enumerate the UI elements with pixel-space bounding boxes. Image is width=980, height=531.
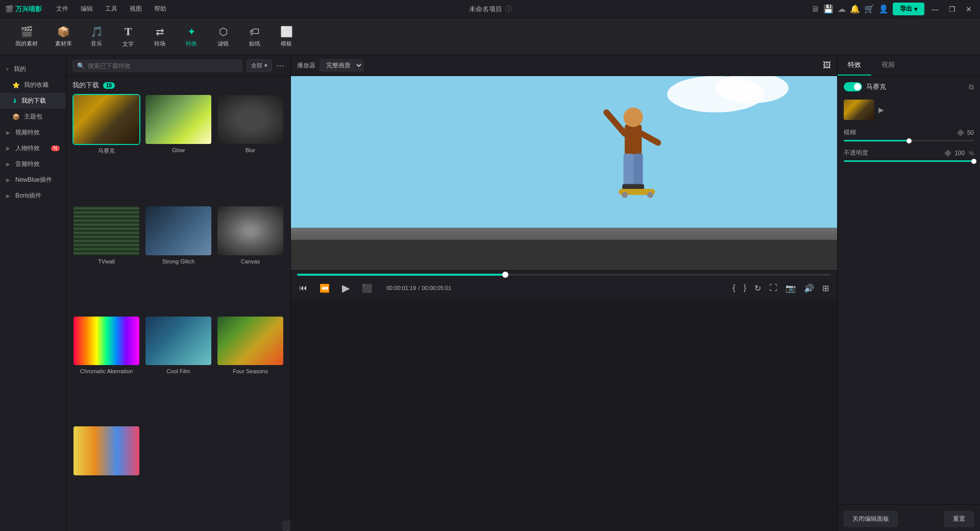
- menu-view[interactable]: 视图: [127, 5, 145, 13]
- svg-rect-4: [291, 240, 837, 270]
- close-button[interactable]: ✕: [963, 5, 975, 13]
- blur-slider-thumb[interactable]: [906, 138, 912, 143]
- effect-chromatic[interactable]: Chromatic Aberration: [72, 316, 140, 421]
- progress-bar[interactable]: [297, 274, 831, 276]
- tab-effects[interactable]: 特效: [838, 55, 871, 76]
- minimize-button[interactable]: —: [928, 5, 942, 13]
- effect-mosaic[interactable]: 马赛克: [72, 94, 140, 201]
- effect-canvas[interactable]: Canvas: [216, 205, 284, 311]
- menu-help[interactable]: 帮助: [151, 5, 169, 13]
- effect-thumb-glow: [144, 94, 212, 145]
- opacity-slider[interactable]: [844, 160, 974, 162]
- keyframe-blur-button[interactable]: [957, 129, 964, 136]
- preview-image-btn[interactable]: 🖼: [823, 61, 831, 70]
- tool-sticker[interactable]: 🏷 贴纸: [240, 23, 269, 51]
- effect-cool-film[interactable]: Cool Film: [144, 316, 212, 421]
- filter-button[interactable]: 全部 ▾: [247, 59, 272, 72]
- tool-effects[interactable]: ✦ 特效: [177, 22, 206, 51]
- effect-color[interactable]: [72, 425, 140, 525]
- user-icon[interactable]: 👤: [878, 4, 889, 14]
- tab-video[interactable]: 视频: [871, 55, 905, 76]
- maximize-button[interactable]: ❐: [946, 5, 959, 13]
- save-icon[interactable]: 💾: [823, 4, 834, 14]
- stop-button[interactable]: ⬛: [360, 281, 374, 295]
- effect-strong-glitch[interactable]: Strong Glitch: [144, 205, 212, 311]
- export-arrow: ▾: [914, 6, 917, 13]
- tool-audio[interactable]: 🎵 音乐: [82, 22, 111, 51]
- out-point-button[interactable]: }: [742, 281, 748, 295]
- effect-thumb-chromatic: [72, 316, 140, 367]
- sidebar-item-newblue[interactable]: ▶ NewBlue插件: [0, 172, 66, 188]
- tool-transition[interactable]: ⇄ 转场: [145, 22, 174, 51]
- svg-point-14: [622, 192, 628, 198]
- progress-fill: [297, 274, 505, 276]
- tool-library[interactable]: 📦 素材库: [48, 22, 79, 51]
- video-container: [291, 76, 837, 270]
- effect-glow[interactable]: Glow: [144, 94, 212, 201]
- window-title: 未命名项目 ⓘ: [176, 5, 805, 14]
- tool-text[interactable]: T 文字: [114, 22, 142, 51]
- blur-slider[interactable]: [844, 140, 974, 141]
- upload-icon[interactable]: ☁: [838, 4, 846, 14]
- reset-button[interactable]: 重置: [944, 511, 974, 527]
- effects-icon: ✦: [187, 26, 196, 38]
- sidebar-item-video-fx[interactable]: ▶ 视频特效: [0, 125, 66, 140]
- quality-select[interactable]: 完整画质: [320, 59, 363, 71]
- app-logo: 🎬 万兴喵影: [5, 5, 42, 14]
- collapse-panel-button[interactable]: ◂: [282, 521, 290, 531]
- sidebar-item-mine[interactable]: ▾ 我的: [0, 61, 66, 77]
- sidebar-item-boris[interactable]: ▶ Boris插件: [0, 188, 66, 204]
- close-panel-button[interactable]: 关闭编辑面板: [844, 511, 898, 527]
- effect-enable-toggle[interactable]: [844, 82, 862, 91]
- sidebar-item-downloads[interactable]: ⬇ 我的下载: [0, 93, 66, 109]
- menu-tools[interactable]: 工具: [102, 5, 120, 13]
- tool-template[interactable]: ⬜ 模板: [272, 22, 301, 51]
- opacity-slider-thumb[interactable]: [971, 159, 976, 164]
- bell-icon[interactable]: 🔔: [850, 4, 860, 14]
- effect-blur[interactable]: Blur: [216, 94, 284, 201]
- toggle-knob: [854, 83, 861, 90]
- svg-rect-7: [633, 154, 643, 187]
- frame-back-button[interactable]: ⏪: [317, 281, 332, 295]
- effect-toggle-row: 马赛克 ⧉: [844, 82, 974, 91]
- svg-rect-6: [624, 154, 633, 187]
- preview-area: 播放器 完整画质 🖼: [291, 55, 837, 531]
- play-button[interactable]: ▶: [340, 280, 352, 296]
- export-button[interactable]: 导出 ▾: [893, 3, 924, 15]
- effect-tvwall[interactable]: TVwall: [72, 205, 140, 311]
- computer-icon[interactable]: 🖥: [811, 5, 819, 14]
- transition-icon: ⇄: [156, 26, 164, 38]
- settings-button[interactable]: ⊞: [820, 281, 831, 295]
- menu-edit[interactable]: 编辑: [78, 5, 96, 13]
- search-icon: 🔍: [77, 62, 85, 69]
- store-icon[interactable]: 🛒: [864, 4, 874, 14]
- sidebar-item-themes[interactable]: 📦 主题包: [0, 109, 66, 125]
- glow-thumbnail: [145, 95, 211, 144]
- search-input[interactable]: [88, 62, 238, 69]
- sidebar-item-favorites[interactable]: ⭐ 我的收藏: [0, 77, 66, 93]
- keyframe-opacity-button[interactable]: [944, 149, 951, 156]
- arrow-audio-fx: ▶: [6, 161, 10, 167]
- arrow-person-fx: ▶: [6, 146, 10, 151]
- template-icon: ⬜: [280, 26, 293, 38]
- right-panel-content: 马赛克 ⧉ ▶ 模糊 50: [838, 76, 980, 500]
- step-back-button[interactable]: ⏮: [297, 281, 309, 295]
- effect-thumb-blur: [216, 94, 284, 145]
- effect-four-seasons[interactable]: Four Seasons: [216, 316, 284, 421]
- snapshot-button[interactable]: 📷: [783, 281, 798, 295]
- in-point-button[interactable]: {: [730, 281, 737, 295]
- tool-filter[interactable]: ⬡ 滤镜: [209, 22, 237, 51]
- sidebar-item-audio-fx[interactable]: ▶ 音频特效: [0, 156, 66, 172]
- menu-file[interactable]: 文件: [53, 5, 71, 13]
- expand-effect-button[interactable]: ▶: [878, 106, 884, 114]
- more-button[interactable]: ⋯: [276, 61, 284, 70]
- tool-media[interactable]: 🎬 我的素材: [8, 22, 45, 51]
- progress-thumb[interactable]: [502, 272, 508, 278]
- copy-params-button[interactable]: ⧉: [969, 83, 974, 91]
- sidebar-item-person-fx[interactable]: ▶ 人物特效 N: [0, 140, 66, 156]
- filter-icon: ⬡: [219, 26, 228, 38]
- text-icon: T: [125, 25, 132, 38]
- loop-button[interactable]: ↻: [752, 281, 763, 295]
- audio-button[interactable]: 🔊: [802, 281, 816, 295]
- fullscreen-button[interactable]: ⛶: [767, 281, 779, 295]
